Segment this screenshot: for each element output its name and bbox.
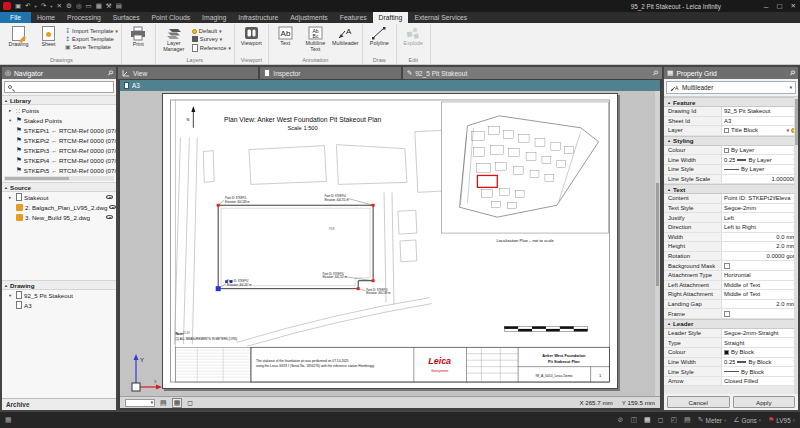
left-attachment-value[interactable]: Middle of Text▾ xyxy=(721,281,798,290)
apply-button[interactable]: Apply xyxy=(733,396,796,408)
tab-surfaces[interactable]: Surfaces xyxy=(107,12,146,23)
tree-item-stakeout[interactable]: ▸ Stakeout xyxy=(2,192,116,202)
expander-icon[interactable]: ▾ xyxy=(9,293,14,298)
section-text[interactable]: ▴Text xyxy=(664,184,798,194)
width-value[interactable]: 0.0 mm xyxy=(721,233,798,242)
window-select-icon[interactable]: ◫ xyxy=(630,416,637,424)
arrow-value[interactable]: Closed Filled▾ xyxy=(721,377,798,386)
tree-item-drawing-doc[interactable]: ▾ 92_5 Pit Stakeout xyxy=(2,290,116,300)
tab-home[interactable]: Home xyxy=(31,12,61,23)
section-feature[interactable]: ▴Feature xyxy=(664,97,798,107)
content-value[interactable]: Point ID: STKEPt2\fEleva xyxy=(721,194,798,203)
delete-icon[interactable]: ✕ xyxy=(57,2,62,10)
tools-icon[interactable]: ⚒ xyxy=(106,2,112,10)
colour-value[interactable]: By Layer▾ xyxy=(721,146,798,155)
visibility-eye-icon[interactable] xyxy=(109,205,116,209)
grid-toggle-icon[interactable]: ▦ xyxy=(172,398,183,408)
image-icon[interactable]: ▦ xyxy=(96,2,102,10)
expander-icon[interactable]: ▸ xyxy=(9,108,14,113)
navigator-search[interactable] xyxy=(4,81,114,93)
minimize-button[interactable]: ─ xyxy=(764,3,769,10)
tree-item-stakept4[interactable]: ⚑ STKEPt4 ← RTCM-Ref 0000 (07/10 xyxy=(2,155,116,165)
height-value[interactable]: 2.0 mm xyxy=(721,242,798,251)
section-leader[interactable]: ▴Leader xyxy=(664,319,798,329)
rotation-value[interactable]: 0.0000 gon xyxy=(721,252,798,261)
pin-icon[interactable]: ⚲ xyxy=(788,68,797,77)
tab-processing[interactable]: Processing xyxy=(61,12,107,23)
visibility-eye-icon[interactable] xyxy=(106,195,113,199)
text-style-value[interactable]: Segoe-2mm▾ xyxy=(721,204,798,213)
sheet-tab-strip[interactable]: A3 xyxy=(120,80,660,91)
search-input[interactable] xyxy=(14,84,110,90)
direction-value[interactable]: Left to Right▾ xyxy=(721,223,798,232)
target-icon[interactable]: ◎ xyxy=(76,2,82,10)
screen-icon[interactable]: ▭ xyxy=(86,2,92,10)
undo-icon[interactable]: ↶ xyxy=(25,2,30,10)
page-setup-icon[interactable]: ◻ xyxy=(187,399,193,407)
cancel-button[interactable]: Cancel xyxy=(667,396,730,408)
horizontal-scrollbar[interactable] xyxy=(4,176,114,181)
archive-box-icon[interactable]: ▤ xyxy=(116,2,122,10)
layout-icon[interactable]: ▤ xyxy=(684,416,691,424)
vertical-scrollbar[interactable] xyxy=(655,91,660,396)
distance-unit-select[interactable]: ✎ Meter ▾ xyxy=(698,416,726,424)
corner-snap-icon[interactable]: ◰ xyxy=(670,416,677,424)
undo-dropdown-icon[interactable]: ▾ xyxy=(35,4,37,9)
line-width-value[interactable]: 0.25By Layer▾ xyxy=(721,155,798,164)
save-template-button[interactable]: ▣ Save Template xyxy=(65,44,118,50)
tree-item-staked-points[interactable]: ▾ ⚑ Staked Points xyxy=(2,115,116,125)
tab-document[interactable]: ✎ 92_5 Pit Stakeout ⚲ xyxy=(403,67,662,79)
reference-layer-button[interactable]: Reference ▾ xyxy=(192,44,231,52)
landing-gap-value[interactable]: 2.0 mm xyxy=(721,300,798,309)
default-layer-select[interactable]: Default ▾ xyxy=(192,28,231,34)
layout-select[interactable]: ▾ xyxy=(125,399,155,407)
attachment-type-value[interactable]: Horizontal▾ xyxy=(721,271,798,280)
archive-button[interactable]: Archive xyxy=(2,398,116,410)
frame-checkbox[interactable] xyxy=(724,311,730,317)
save-icon[interactable]: ▣ xyxy=(15,2,21,10)
tab-external-services[interactable]: External Services xyxy=(408,12,473,23)
tab-point-clouds[interactable]: Point Clouds xyxy=(146,12,197,23)
pin-icon[interactable]: ⚲ xyxy=(106,68,115,77)
section-library[interactable]: ▴ Library xyxy=(2,95,116,105)
tab-adjustments[interactable]: Adjustments xyxy=(284,12,333,23)
drawing-button[interactable]: Drawing xyxy=(5,25,32,48)
multileader-button[interactable]: A Multileader xyxy=(332,25,359,47)
tab-drafting[interactable]: Drafting xyxy=(373,12,409,23)
grid-snap-icon[interactable]: ▦ xyxy=(644,416,651,424)
leader-type-value[interactable]: Straight▾ xyxy=(721,338,798,347)
expander-icon[interactable]: ▾ xyxy=(9,118,14,123)
tab-imaging[interactable]: Imaging xyxy=(196,12,232,23)
redo-icon[interactable]: ↷ xyxy=(41,2,46,10)
tree-item-stakept5[interactable]: ⚑ STKEPt5 ← RTCM-Ref 0000 (07/10 xyxy=(2,165,116,175)
sheet-button[interactable]: Sheet xyxy=(35,25,62,48)
section-drawing[interactable]: ▴ Drawing xyxy=(2,280,116,290)
paper-sheet[interactable]: N Plan View: Anker West Foundation Pit S… xyxy=(162,93,618,389)
tab-file[interactable]: File xyxy=(0,12,31,23)
angle-unit-select[interactable]: ∠ Gons ▾ xyxy=(733,416,761,424)
tab-infrastructure[interactable]: Infrastructure xyxy=(232,12,284,23)
expander-icon[interactable]: ▸ xyxy=(9,195,14,200)
layer-value[interactable]: Title Block▾ xyxy=(721,126,798,135)
tree-item-stakept3[interactable]: ⚑ STKEPt3 ← RTCM-Ref 0000 (07/10 xyxy=(2,145,116,155)
background-mask-checkbox[interactable] xyxy=(724,263,730,269)
layer-manager-button[interactable]: Layer Manager xyxy=(159,25,189,52)
tree-item-points[interactable]: ▸ ∷ Points xyxy=(2,105,116,115)
tab-inspector[interactable]: Inspector xyxy=(260,67,400,79)
polyline-button[interactable]: Polyline xyxy=(366,25,393,47)
section-styling[interactable]: ▴Styling xyxy=(664,136,798,146)
pin-icon[interactable]: ⚲ xyxy=(651,68,660,77)
visibility-eye-icon[interactable] xyxy=(106,215,113,219)
ortho-icon[interactable]: ◻ xyxy=(658,416,664,424)
app-grid-icon[interactable]: ▦ xyxy=(5,416,12,424)
property-scrollbar[interactable] xyxy=(794,97,798,394)
close-button[interactable]: ✕ xyxy=(791,2,796,10)
leader-line-style-value[interactable]: By Block▾ xyxy=(721,367,798,376)
maximize-button[interactable]: ▢ xyxy=(776,2,782,10)
tree-item-stakept1[interactable]: ⚑ STKEPt1 ← RTCM-Ref 0000 (07/10 xyxy=(2,125,116,135)
entity-selector[interactable]: A Multileader ▾ xyxy=(666,81,796,94)
tab-view[interactable]: View xyxy=(118,67,258,79)
print-button[interactable]: Print xyxy=(125,25,152,48)
drawing-id-value[interactable]: 92_5 Pit Stakeout xyxy=(721,107,798,116)
survey-layer-button[interactable]: Survey ▾ xyxy=(192,36,231,42)
